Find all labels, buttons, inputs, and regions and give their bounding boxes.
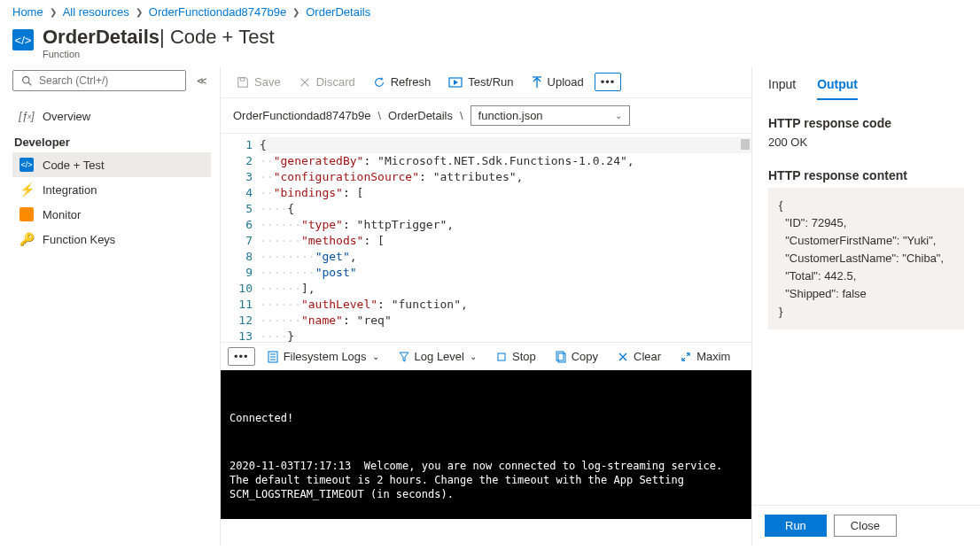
- button-label: Clear: [634, 350, 661, 363]
- more-actions-button[interactable]: •••: [595, 73, 622, 91]
- sidebar-item-integration[interactable]: ⚡ Integration: [12, 177, 211, 202]
- page-subtitle: Function: [43, 49, 275, 59]
- upload-button[interactable]: Upload: [525, 72, 591, 92]
- scrollbar-thumb[interactable]: [741, 139, 750, 150]
- page-title-light: Code + Test: [170, 26, 275, 48]
- button-label: Discard: [316, 75, 355, 89]
- function-badge-icon: </>: [12, 29, 34, 50]
- sidebar-item-function-keys[interactable]: 🔑 Function Keys: [12, 227, 211, 252]
- output-tabs: Input Output: [752, 66, 980, 100]
- key-icon: 🔑: [19, 232, 34, 246]
- page-title-sep: |: [159, 26, 170, 48]
- sidebar-item-label: Code + Test: [43, 159, 105, 172]
- search-icon: [19, 74, 34, 88]
- test-run-button[interactable]: Test/Run: [441, 72, 520, 92]
- chevron-right-icon: ❯: [292, 7, 299, 17]
- breadcrumb-function[interactable]: OrderDetails: [306, 5, 370, 19]
- ellipsis-icon: •••: [234, 350, 249, 363]
- run-button[interactable]: Run: [765, 515, 827, 537]
- response-code-value: 200 OK: [768, 136, 964, 149]
- button-label: Save: [254, 75, 281, 89]
- breadcrumb-all-resources[interactable]: All resources: [63, 5, 129, 19]
- log-console[interactable]: Connected! 2020-11-03T17:17:13 Welcome, …: [221, 370, 751, 519]
- sidebar-item-label: Monitor: [43, 208, 81, 221]
- button-label: Stop: [512, 350, 536, 363]
- file-select-value: function.json: [478, 109, 543, 122]
- chevron-right-icon: ❯: [50, 7, 57, 17]
- path-segment: OrderFunctiondad8747b9e: [233, 109, 370, 122]
- page-title-bold: OrderDetails: [43, 26, 159, 49]
- function-icon: [ƒx]: [19, 109, 34, 123]
- breadcrumb: Home ❯ All resources ❯ OrderFunctiondad8…: [0, 0, 980, 24]
- close-button[interactable]: Close: [834, 515, 897, 537]
- lightning-icon: ⚡: [19, 182, 34, 197]
- breadcrumb-function-app[interactable]: OrderFunctiondad8747b9e: [149, 5, 286, 19]
- response-content-body: { "ID": 72945, "CustomerFirstName": "Yuk…: [768, 188, 964, 329]
- clear-button[interactable]: Clear: [611, 346, 668, 367]
- page-header: </> OrderDetails | Code + Test Function: [0, 24, 980, 66]
- chevron-down-icon: ⌄: [470, 352, 477, 361]
- button-label: Log Level: [415, 350, 464, 363]
- maximize-button[interactable]: Maxim: [673, 346, 737, 367]
- button-label: Refresh: [391, 75, 432, 89]
- line-gutter: 1234567891011121314: [221, 134, 260, 342]
- collapse-sidebar-icon[interactable]: ≪: [193, 75, 211, 87]
- response-code-heading: HTTP response code: [768, 116, 964, 130]
- svg-line-1: [28, 82, 31, 85]
- code-content[interactable]: {··"generatedBy": "Microsoft.NET.Sdk.Fun…: [260, 134, 751, 342]
- sidebar-item-label: Overview: [43, 110, 90, 123]
- sidebar-section-developer: Developer: [12, 128, 211, 152]
- code-editor[interactable]: 1234567891011121314 {··"generatedBy": "M…: [221, 133, 751, 342]
- ellipsis-icon: •••: [601, 75, 616, 89]
- log-level-dropdown[interactable]: Log Level ⌄: [392, 346, 484, 367]
- button-label: Filesystem Logs: [284, 350, 367, 363]
- copy-button[interactable]: Copy: [548, 346, 605, 367]
- code-icon: </>: [19, 158, 34, 172]
- filesystem-logs-dropdown[interactable]: Filesystem Logs ⌄: [261, 346, 386, 367]
- button-label: Copy: [572, 350, 598, 363]
- page-title: OrderDetails | Code + Test: [43, 26, 275, 49]
- save-button[interactable]: Save: [229, 72, 288, 92]
- sidebar-item-monitor[interactable]: Monitor: [12, 202, 211, 227]
- response-content-heading: HTTP response content: [768, 168, 964, 182]
- button-label: Maxim: [696, 350, 730, 363]
- sidebar-item-label: Integration: [43, 183, 97, 197]
- backslash-icon: \: [460, 109, 463, 122]
- search-input[interactable]: [39, 74, 179, 87]
- log-toolbar: ••• Filesystem Logs ⌄ Log Level ⌄ Stop: [221, 342, 751, 370]
- console-connected: Connected!: [229, 411, 743, 425]
- test-output-panel: Input Output HTTP response code 200 OK H…: [751, 66, 980, 546]
- stop-button[interactable]: Stop: [489, 346, 543, 367]
- tab-input[interactable]: Input: [768, 77, 796, 100]
- sidebar-item-code-test[interactable]: </> Code + Test: [12, 152, 211, 177]
- tab-output[interactable]: Output: [817, 77, 858, 100]
- backslash-icon: \: [377, 109, 381, 122]
- monitor-icon: [19, 207, 34, 221]
- svg-point-0: [22, 76, 28, 82]
- editor-toolbar: Save Discard Refresh Test/Run Upload: [221, 66, 751, 98]
- discard-button[interactable]: Discard: [292, 72, 362, 92]
- path-segment: OrderDetails: [388, 109, 453, 122]
- refresh-button[interactable]: Refresh: [366, 72, 439, 92]
- button-label: Upload: [548, 75, 584, 89]
- file-select-dropdown[interactable]: function.json ⌄: [471, 105, 630, 126]
- svg-rect-12: [498, 353, 505, 360]
- chevron-down-icon: ⌄: [615, 111, 622, 120]
- button-label: Test/Run: [468, 75, 513, 89]
- sidebar-item-label: Function Keys: [43, 233, 115, 246]
- chevron-down-icon: ⌄: [372, 352, 379, 361]
- svg-rect-2: [240, 77, 244, 81]
- console-body: 2020-11-03T17:17:13 Welcome, you are now…: [229, 459, 743, 501]
- log-more-button[interactable]: •••: [228, 347, 255, 366]
- chevron-right-icon: ❯: [136, 7, 143, 17]
- sidebar: ≪ [ƒx] Overview Developer </> Code + Tes…: [0, 66, 220, 546]
- panel-footer: Run Close: [752, 505, 980, 546]
- file-path-bar: OrderFunctiondad8747b9e \ OrderDetails \…: [221, 98, 751, 133]
- sidebar-item-overview[interactable]: [ƒx] Overview: [12, 104, 211, 128]
- breadcrumb-home[interactable]: Home: [12, 5, 43, 19]
- search-input-wrapper[interactable]: [12, 70, 186, 91]
